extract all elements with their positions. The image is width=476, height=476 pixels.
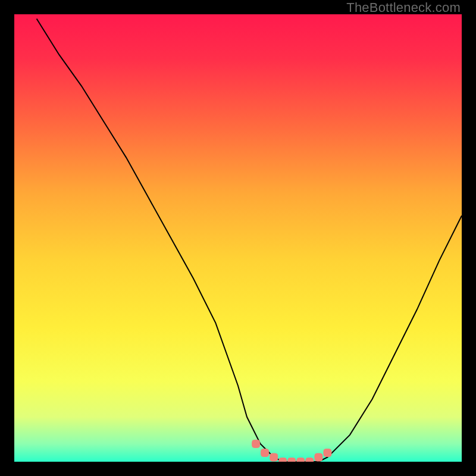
marker-point	[288, 458, 296, 462]
marker-point	[306, 458, 314, 462]
chart-frame	[14, 14, 462, 462]
marker-point	[324, 449, 331, 457]
marker-point	[252, 440, 260, 447]
chart-plot-area	[14, 14, 462, 462]
marker-point	[270, 453, 278, 461]
marker-point	[297, 458, 305, 462]
watermark-text: TheBottleneck.com	[346, 0, 461, 15]
gradient-backdrop	[14, 14, 462, 462]
marker-point	[315, 453, 322, 461]
marker-point	[279, 458, 287, 462]
marker-point	[261, 449, 269, 457]
